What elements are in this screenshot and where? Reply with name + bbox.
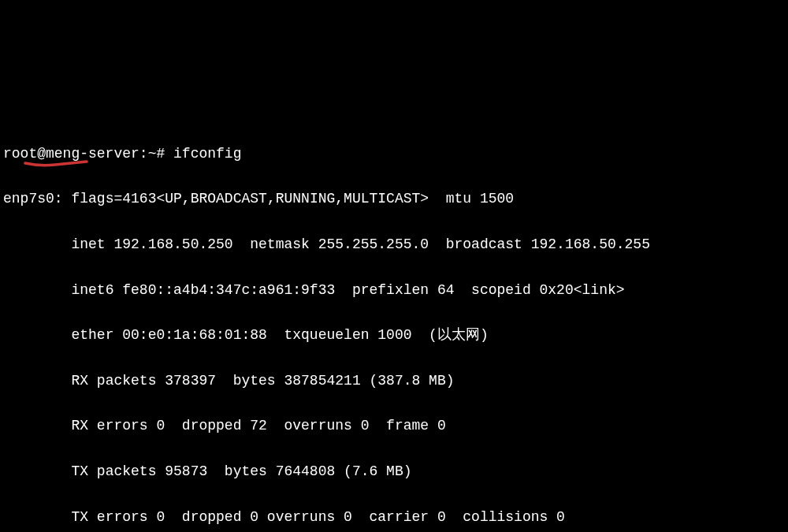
red-underline-annotation: [6, 132, 71, 141]
tx-packets-line: TX packets 95873 bytes 7644808 (7.6 MB): [3, 460, 785, 483]
terminal-output: root@meng-server:~# ifconfig enp7s0: fla…: [3, 97, 785, 532]
interface-header: enp7s0: flags=4163<UP,BROADCAST,RUNNING,…: [3, 188, 785, 210]
rx-errors-line: RX errors 0 dropped 72 overruns 0 frame …: [3, 415, 785, 437]
interface-flags: flags=4163<UP,BROADCAST,RUNNING,MULTICAS…: [71, 191, 514, 206]
command-prompt[interactable]: root@meng-server:~# ifconfig: [3, 143, 785, 166]
ether-line: ether 00:e0:1a:68:01:88 txqueuelen 1000 …: [3, 324, 785, 347]
interface-name: enp7s0:: [3, 191, 63, 206]
inet-line: inet 192.168.50.250 netmask 255.255.255.…: [3, 233, 785, 256]
rx-packets-line: RX packets 378397 bytes 387854211 (387.8…: [3, 370, 785, 392]
inet6-line: inet6 fe80::a4b4:347c:a961:9f33 prefixle…: [3, 279, 785, 302]
tx-errors-line: TX errors 0 dropped 0 overruns 0 carrier…: [3, 506, 785, 529]
